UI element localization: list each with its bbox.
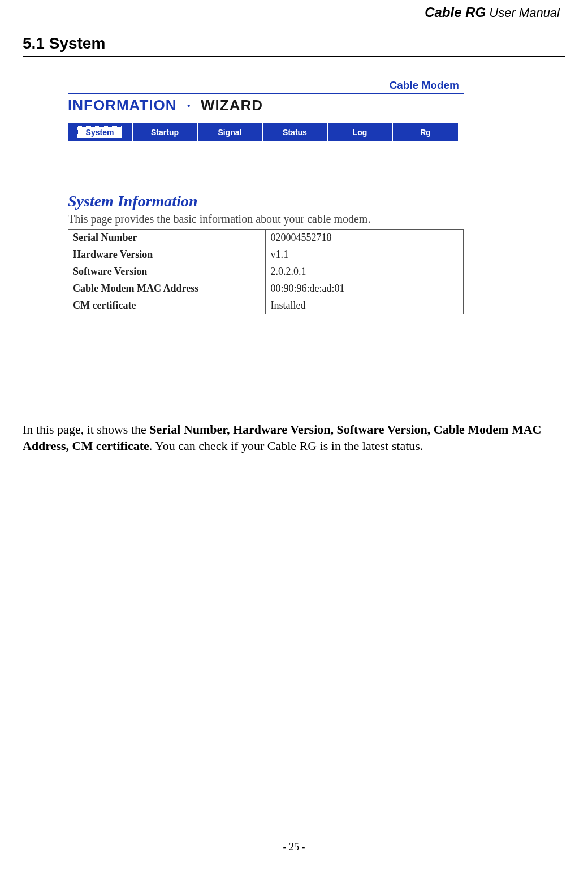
table-row: Serial Number 020004552718: [68, 230, 464, 246]
tab-log[interactable]: Log: [328, 123, 393, 141]
sysinfo-heading: System Information: [68, 192, 565, 210]
information-text: INFORMATION: [68, 97, 177, 114]
modem-banner: Cable Modem INFORMATION · WIZARD: [68, 79, 464, 114]
sysinfo-container: System Information This page provides th…: [68, 192, 565, 314]
tabs-row: System Startup Signal Status Log Rg: [68, 123, 565, 141]
table-row: Software Version 2.0.2.0.1: [68, 263, 464, 280]
tab-system-wrapper[interactable]: System: [68, 123, 133, 141]
page-header: Cable RG User Manual: [23, 0, 565, 23]
row-key: Serial Number: [68, 230, 266, 246]
table-row: CM certificate Installed: [68, 297, 464, 314]
section-heading: 5.1 System: [23, 34, 565, 57]
tab-rg[interactable]: Rg: [393, 123, 458, 141]
dot-separator: ·: [179, 97, 199, 114]
sysinfo-table: Serial Number 020004552718 Hardware Vers…: [68, 229, 464, 314]
row-value: 020004552718: [266, 230, 464, 246]
row-value: 2.0.2.0.1: [266, 263, 464, 280]
header-title-em: Cable RG: [425, 5, 486, 20]
sysinfo-description: This page provides the basic information…: [68, 213, 565, 226]
tab-signal[interactable]: Signal: [198, 123, 263, 141]
row-key: Cable Modem MAC Address: [68, 280, 266, 297]
tab-system[interactable]: System: [77, 126, 123, 138]
tab-startup[interactable]: Startup: [133, 123, 198, 141]
body-paragraph: In this page, it shows the Serial Number…: [23, 422, 565, 454]
modem-label: Cable Modem: [68, 79, 464, 92]
row-value: Installed: [266, 297, 464, 314]
wizard-text: WIZARD: [201, 97, 263, 114]
row-key: Hardware Version: [68, 246, 266, 263]
table-row: Cable Modem MAC Address 00:90:96:de:ad:0…: [68, 280, 464, 297]
modem-caption: INFORMATION · WIZARD: [68, 93, 464, 114]
screenshot-container: Cable Modem INFORMATION · WIZARD System …: [68, 79, 565, 314]
row-value: 00:90:96:de:ad:01: [266, 280, 464, 297]
body-post: . You can check if your Cable RG is in t…: [149, 439, 423, 453]
row-key: CM certificate: [68, 297, 266, 314]
row-key: Software Version: [68, 263, 266, 280]
header-title-rest: User Manual: [486, 6, 560, 20]
row-value: v1.1: [266, 246, 464, 263]
page-number: - 25 -: [23, 841, 565, 853]
body-pre: In this page, it shows the: [23, 422, 149, 436]
tab-status[interactable]: Status: [263, 123, 328, 141]
table-row: Hardware Version v1.1: [68, 246, 464, 263]
